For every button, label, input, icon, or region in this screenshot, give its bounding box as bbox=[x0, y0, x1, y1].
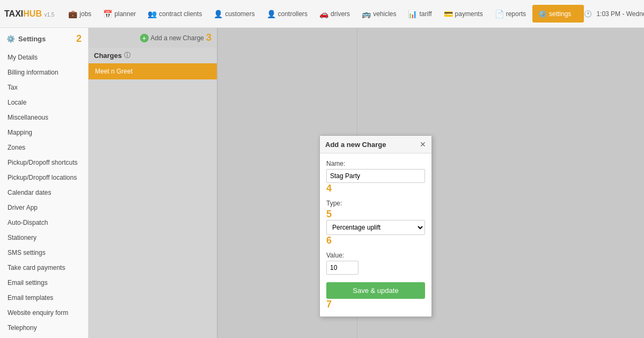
step-badge-2: 2 bbox=[76, 33, 82, 45]
charges-panel-header: + Add a new Charge 3 bbox=[89, 28, 217, 48]
contract-clients-icon: 👥 bbox=[148, 10, 157, 18]
sidebar-item-pickup-dropoff-locations[interactable]: Pickup/Dropoff locations bbox=[0, 170, 88, 185]
sidebar-item-driver-app[interactable]: Driver App bbox=[0, 200, 88, 215]
charges-title: Charges bbox=[94, 52, 122, 60]
save-update-button[interactable]: Save & update bbox=[326, 282, 425, 299]
step-badge-4: 4 bbox=[326, 183, 332, 194]
app-version: v1.5 bbox=[44, 12, 54, 18]
value-input[interactable] bbox=[326, 261, 358, 275]
modal-body: Name: 4 Type: 5 Percentage uplift Fixed … bbox=[320, 153, 431, 317]
sidebar-item-telephony[interactable]: Telephony bbox=[0, 320, 88, 335]
settings-icon: ⚙️ bbox=[538, 10, 547, 18]
value-form-group: Value: bbox=[326, 252, 425, 275]
step-badge-7: 7 bbox=[326, 299, 332, 310]
sidebar-item-calendar-dates[interactable]: Calendar dates bbox=[0, 185, 88, 200]
charges-panel: + Add a new Charge 3 Charges ⓘ Meet n Gr… bbox=[89, 28, 217, 338]
sidebar-item-email-templates[interactable]: Email templates bbox=[0, 290, 88, 305]
divider-1 bbox=[217, 28, 218, 338]
nav-item-drivers[interactable]: 🚗 drivers bbox=[314, 6, 355, 21]
sidebar-item-stationery[interactable]: Stationery bbox=[0, 230, 88, 245]
sidebar-item-promo-codes[interactable]: Promo codes bbox=[0, 335, 88, 338]
planner-icon: 📅 bbox=[103, 10, 112, 18]
nav-item-drivers-label: drivers bbox=[331, 10, 350, 18]
nav-item-reports-label: reports bbox=[506, 10, 526, 18]
sidebar-item-website-enquiry-form[interactable]: Website enquiry form bbox=[0, 305, 88, 320]
charge-item-meet-n-greet[interactable]: Meet n Greet bbox=[89, 63, 217, 79]
sidebar-item-zones[interactable]: Zones bbox=[0, 140, 88, 155]
clock-icon: 🕐 bbox=[584, 10, 592, 18]
sidebar-item-pickup-dropoff-shortcuts[interactable]: Pickup/Dropoff shortcuts bbox=[0, 155, 88, 170]
sidebar-title: Settings bbox=[18, 35, 46, 43]
modal-close-button[interactable]: ✕ bbox=[420, 140, 426, 149]
add-charge-label: Add a new Charge bbox=[151, 34, 204, 42]
sidebar-item-take-card-payments[interactable]: Take card payments bbox=[0, 260, 88, 275]
sidebar-item-mapping[interactable]: Mapping bbox=[0, 125, 88, 140]
nav-item-contract-clients[interactable]: 👥 contract clients bbox=[142, 6, 207, 21]
reports-icon: 📄 bbox=[495, 10, 504, 18]
drivers-icon: 🚗 bbox=[319, 10, 328, 18]
main-layout: ⚙️ Settings 2 My Details Billing informa… bbox=[0, 28, 644, 338]
nav-item-customers[interactable]: 👤 customers bbox=[208, 6, 260, 21]
add-charge-button[interactable]: + Add a new Charge 3 bbox=[140, 32, 211, 43]
name-input[interactable] bbox=[326, 169, 425, 183]
step-badge-5: 5 bbox=[326, 209, 332, 219]
sidebar-item-miscellaneous[interactable]: Miscellaneous bbox=[0, 110, 88, 125]
modal-header: Add a new Charge ✕ bbox=[320, 136, 431, 153]
payments-icon: 💳 bbox=[444, 10, 453, 18]
add-charge-modal: Add a new Charge ✕ Name: 4 Type: 5 Perce… bbox=[319, 135, 432, 317]
nav-item-payments[interactable]: 💳 payments bbox=[438, 6, 488, 21]
plus-circle-icon: + bbox=[140, 34, 149, 42]
nav-item-tariff-label: tariff bbox=[419, 10, 431, 18]
topbar-right: 🕐 1:03 PM - Wednesday, 21 Sept 📞 bbox=[584, 8, 644, 20]
content-area: + Add a new Charge 3 Charges ⓘ Meet n Gr… bbox=[89, 28, 644, 338]
sidebar: ⚙️ Settings 2 My Details Billing informa… bbox=[0, 28, 89, 338]
logo-taxi: TAXI bbox=[4, 9, 23, 18]
vehicles-icon: 🚌 bbox=[362, 10, 371, 18]
logo-hub: HUB bbox=[23, 9, 42, 18]
nav-bar: 💼 jobs 📅 planner 👥 contract clients 👤 cu… bbox=[63, 5, 584, 23]
settings-gear-icon: ⚙️ bbox=[6, 35, 15, 43]
nav-item-customers-label: customers bbox=[225, 10, 254, 18]
nav-item-controllers-label: controllers bbox=[278, 10, 308, 18]
type-select[interactable]: Percentage uplift Fixed amount Per mile … bbox=[326, 220, 425, 235]
modal-title: Add a new Charge bbox=[325, 141, 386, 149]
nav-item-controllers[interactable]: 👤 controllers bbox=[261, 6, 313, 21]
controllers-icon: 👤 bbox=[267, 10, 276, 18]
sidebar-item-locale[interactable]: Locale bbox=[0, 95, 88, 110]
step-badge-6: 6 bbox=[326, 235, 332, 246]
tariff-icon: 📊 bbox=[408, 10, 417, 18]
sidebar-header: ⚙️ Settings 2 bbox=[0, 28, 88, 50]
customers-icon: 👤 bbox=[214, 10, 223, 18]
type-form-group: Type: 5 Percentage uplift Fixed amount P… bbox=[326, 200, 425, 246]
value-label: Value: bbox=[326, 252, 425, 259]
nav-item-reports[interactable]: 📄 reports bbox=[489, 6, 531, 21]
nav-item-jobs[interactable]: 💼 jobs bbox=[63, 6, 97, 21]
step-badge-3: 3 bbox=[206, 32, 211, 43]
nav-item-planner-label: planner bbox=[114, 10, 136, 18]
sidebar-item-email-settings[interactable]: Email settings bbox=[0, 275, 88, 290]
nav-item-payments-label: payments bbox=[455, 10, 483, 18]
nav-item-jobs-label: jobs bbox=[79, 10, 91, 18]
info-icon[interactable]: ⓘ bbox=[124, 51, 130, 60]
type-label: Type: bbox=[326, 200, 425, 207]
nav-item-tariff[interactable]: 📊 tariff bbox=[402, 6, 437, 21]
step-badge-1: 1 bbox=[573, 8, 579, 19]
sidebar-item-sms-settings[interactable]: SMS settings bbox=[0, 245, 88, 260]
nav-item-contract-clients-label: contract clients bbox=[159, 10, 202, 18]
nav-item-settings-label: settings bbox=[549, 10, 571, 18]
sidebar-item-tax[interactable]: Tax bbox=[0, 80, 88, 95]
jobs-icon: 💼 bbox=[68, 10, 77, 18]
sidebar-item-billing-information[interactable]: Billing information bbox=[0, 65, 88, 80]
name-label: Name: bbox=[326, 160, 425, 167]
nav-item-vehicles-label: vehicles bbox=[373, 10, 396, 18]
app-logo: TAXIHUB v1.5 bbox=[4, 9, 54, 19]
charges-title-bar: Charges ⓘ bbox=[89, 48, 217, 63]
nav-item-planner[interactable]: 📅 planner bbox=[98, 6, 141, 21]
nav-item-vehicles[interactable]: 🚌 vehicles bbox=[356, 6, 401, 21]
topbar: TAXIHUB v1.5 💼 jobs 📅 planner 👥 contract… bbox=[0, 0, 644, 28]
time-display: 1:03 PM - Wednesday, 21 Sept bbox=[596, 10, 644, 18]
sidebar-item-auto-dispatch[interactable]: Auto-Dispatch bbox=[0, 215, 88, 230]
name-form-group: Name: 4 bbox=[326, 160, 425, 194]
nav-item-settings[interactable]: ⚙️ settings 1 bbox=[532, 5, 584, 23]
sidebar-item-my-details[interactable]: My Details bbox=[0, 50, 88, 65]
